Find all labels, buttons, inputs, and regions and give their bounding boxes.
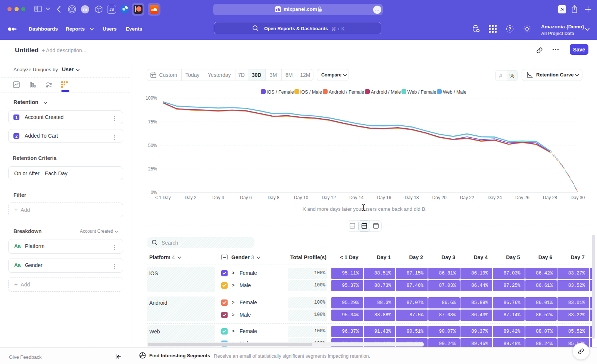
svg-text:Day 2: Day 2 [185, 195, 197, 200]
svg-text:25%: 25% [148, 166, 157, 172]
svg-text:Day 20: Day 20 [432, 195, 447, 200]
svg-text:Day 14: Day 14 [349, 195, 363, 200]
svg-text:Day 8: Day 8 [268, 195, 279, 200]
svg-text:Day 30: Day 30 [571, 195, 585, 200]
svg-text:100%: 100% [146, 95, 157, 101]
svg-text:Day 16: Day 16 [377, 195, 391, 200]
svg-text:Day 18: Day 18 [404, 195, 419, 200]
svg-text:Day 26: Day 26 [515, 195, 529, 200]
svg-text:Day 22: Day 22 [460, 195, 474, 200]
svg-text:Day 28: Day 28 [543, 195, 557, 200]
svg-text:75%: 75% [148, 119, 157, 125]
svg-text:Day 24: Day 24 [488, 195, 502, 200]
svg-text:Day 12: Day 12 [322, 195, 336, 200]
svg-text:Day 4: Day 4 [212, 195, 224, 200]
svg-text:Day 6: Day 6 [240, 195, 252, 200]
svg-text:Day 10: Day 10 [294, 195, 308, 200]
svg-text:< 1 Day: < 1 Day [155, 195, 171, 200]
svg-text:50%: 50% [148, 143, 157, 148]
svg-text:0%: 0% [151, 190, 157, 195]
